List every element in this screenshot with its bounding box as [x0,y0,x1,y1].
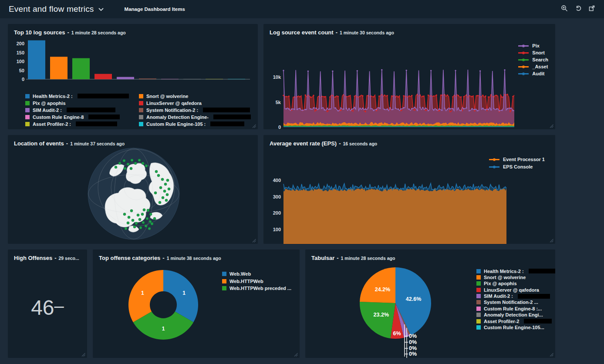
legend-item[interactable]: Search [518,57,548,62]
event-marker[interactable] [148,227,151,230]
legend-item[interactable]: Asset Profiler-2 : [25,121,136,127]
event-marker[interactable] [157,174,160,177]
legend-item[interactable]: _Asset [518,64,548,69]
legend-item[interactable]: Web.HTTPWeb preceded ... [222,286,291,291]
legend-item[interactable]: Web.HTTPWeb [222,279,291,284]
legend-item[interactable]: Pix @ apophis [476,281,555,286]
chevron-down-icon[interactable] [98,5,104,13]
event-marker[interactable] [141,213,144,216]
event-marker[interactable] [163,190,166,192]
event-marker[interactable] [123,213,126,216]
legend-item[interactable]: System Notification-2 : [139,107,251,113]
legend-item[interactable]: Custom Rule Engine-8 :... [476,306,555,311]
event-marker[interactable] [161,178,164,181]
event-marker[interactable] [168,188,170,190]
legend-item[interactable]: Audit [518,71,548,76]
legend-item[interactable]: Snort @ wolverine [476,275,555,280]
dashboard-title[interactable]: Event and flow metrics [9,4,94,14]
event-marker[interactable] [127,222,129,224]
event-marker[interactable] [131,159,133,162]
world-globe-map[interactable] [86,146,182,242]
event-marker[interactable] [123,159,125,162]
zoom-in-icon[interactable] [561,5,568,13]
legend-item[interactable]: Health Metrics-2 : [476,269,555,273]
donut-slice[interactable] [163,270,198,322]
event-marker[interactable] [125,227,127,230]
legend-item[interactable]: Anomaly Detection Engine- [139,114,251,120]
event-marker[interactable] [149,220,152,223]
legend-item[interactable]: Asset Profiler-2 [476,319,555,324]
event-marker[interactable] [118,162,121,165]
bar[interactable] [50,57,67,79]
event-marker[interactable] [146,217,148,220]
event-marker[interactable] [153,217,156,220]
undo-icon[interactable] [575,5,582,13]
event-marker[interactable] [165,199,168,202]
bar[interactable] [28,40,45,79]
event-marker[interactable] [154,192,157,194]
event-marker[interactable] [128,216,130,219]
event-marker[interactable] [135,222,138,225]
event-marker[interactable] [162,196,164,199]
bar[interactable] [161,79,179,80]
legend-item[interactable]: SIM Audit-2 : [25,107,136,113]
event-marker[interactable] [166,179,169,182]
event-marker[interactable] [127,163,129,165]
legend-item[interactable]: Custom Rule Engine-8 [25,114,136,120]
bar[interactable] [228,79,245,80]
legend-item[interactable]: Pix @ apophis [25,100,136,106]
bar[interactable] [206,79,223,80]
event-marker[interactable] [124,167,126,170]
event-marker[interactable] [134,162,137,165]
legend-item[interactable]: Anomaly Detection Engi... [476,313,555,317]
resize-handle-icon[interactable] [252,124,256,128]
event-marker[interactable] [164,183,167,185]
resize-handle-icon[interactable] [550,124,553,128]
resize-handle-icon[interactable] [550,353,553,357]
open-external-icon[interactable] [588,5,595,13]
event-marker[interactable] [138,218,141,221]
bar[interactable] [183,79,201,80]
event-marker[interactable] [159,186,162,189]
legend-item[interactable]: SIM Audit-2 : [476,294,555,299]
event-marker[interactable] [132,219,134,222]
resize-handle-icon[interactable] [550,239,553,243]
event-marker[interactable] [145,225,147,227]
legend-item[interactable]: Custom Rule Engine-105... [476,325,555,330]
legend-item[interactable]: Pix [518,43,548,48]
legend-item[interactable]: Event Processor 1 [489,157,545,162]
event-marker[interactable] [115,166,117,169]
legend-item[interactable]: Custom Rule Engine-105 : [139,121,251,127]
legend-item[interactable]: System Notification-2 ... [476,300,555,305]
event-marker[interactable] [155,170,158,173]
pie-slice[interactable] [360,302,395,338]
event-marker[interactable] [151,222,153,225]
event-marker[interactable] [149,213,152,216]
legend-item[interactable]: LinuxServer @ qafedora [139,100,251,106]
event-marker[interactable] [159,201,161,204]
event-marker[interactable] [166,193,169,196]
event-marker[interactable] [142,221,145,224]
event-marker[interactable] [145,165,148,167]
bar[interactable] [94,74,112,79]
donut-slice[interactable] [128,270,163,322]
event-marker[interactable] [143,209,145,211]
event-marker[interactable] [138,159,141,162]
event-marker[interactable] [133,226,136,228]
bar[interactable] [72,58,90,79]
event-marker[interactable] [142,162,144,165]
legend-item[interactable]: EPS Console [489,164,545,169]
manage-dashboard-items-button[interactable]: Manage Dashboard Items [125,7,185,12]
bar[interactable] [117,77,134,79]
resize-handle-icon[interactable] [252,239,256,243]
legend-item[interactable]: LinuxServer @ qafedora [476,287,555,292]
event-marker[interactable] [139,226,142,229]
bar[interactable] [139,78,156,79]
pie-slice[interactable] [360,267,395,303]
legend-item[interactable]: Health Metrics-2 : [25,93,136,99]
legend-item[interactable]: Snort @ wolverine [139,93,251,99]
legend-item[interactable]: Snort [518,50,548,55]
event-marker[interactable] [147,209,149,212]
event-marker[interactable] [130,167,132,170]
series-area[interactable] [283,189,506,244]
